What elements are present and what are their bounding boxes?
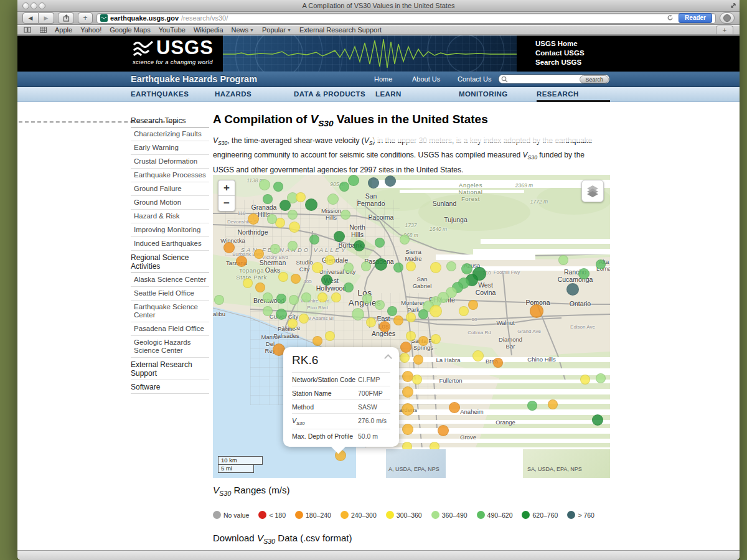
search-button[interactable]: Search — [580, 75, 609, 83]
map-station-dot[interactable] — [468, 300, 478, 310]
refresh-icon[interactable] — [667, 14, 674, 22]
map-station-dot[interactable] — [596, 373, 606, 383]
search-input[interactable] — [508, 75, 580, 83]
map-station-dot[interactable] — [400, 342, 411, 353]
map-station-dot[interactable] — [263, 194, 273, 204]
map-station-dot[interactable] — [243, 278, 253, 288]
map-station-dot[interactable] — [289, 295, 299, 305]
close-button[interactable] — [22, 2, 29, 9]
map-station-dot[interactable] — [368, 177, 379, 189]
map-station-dot[interactable] — [289, 222, 300, 233]
map-station-dot[interactable] — [259, 179, 270, 190]
map-station-dot[interactable] — [438, 425, 449, 436]
map-station-dot[interactable] — [299, 314, 309, 324]
map-station-dot[interactable] — [566, 283, 579, 296]
map-station-dot[interactable] — [527, 401, 537, 411]
sidebar-item[interactable]: Earthquake Processes — [131, 169, 209, 182]
nav-item-data-products[interactable]: DATA & PRODUCTS — [294, 90, 365, 98]
zoom-button[interactable] — [39, 2, 45, 9]
bookmark-link[interactable]: News▼ — [232, 26, 254, 34]
map-station-dot[interactable] — [379, 321, 390, 332]
map-station-dot[interactable] — [461, 263, 472, 274]
sidebar-item[interactable]: Ground Failure — [131, 182, 209, 196]
map-station-dot[interactable] — [580, 375, 590, 385]
map-station-dot[interactable] — [446, 261, 456, 271]
sidebar-header[interactable]: Software — [131, 380, 209, 394]
usgs-link[interactable]: USGS Home — [535, 39, 585, 49]
zoom-out-button[interactable]: − — [218, 195, 235, 211]
sidebar-item[interactable]: Induced Earthquakes — [131, 237, 209, 251]
downloads-button[interactable] — [720, 12, 735, 24]
map-station-dot[interactable] — [406, 261, 416, 271]
map-station-dot[interactable] — [413, 355, 423, 365]
map-station-dot[interactable] — [325, 331, 335, 341]
map-station-dot[interactable] — [341, 210, 350, 220]
map-station-dot[interactable] — [288, 241, 298, 251]
nav-item-research[interactable]: RESEARCH — [537, 90, 579, 98]
map-station-dot[interactable] — [418, 336, 428, 346]
sidebar-item[interactable]: Early Warning — [131, 141, 209, 155]
map-station-dot[interactable] — [375, 258, 387, 271]
map-station-dot[interactable] — [348, 175, 359, 186]
usgs-link[interactable]: Search USGS — [535, 58, 585, 67]
sidebar-header[interactable]: External Research Support — [131, 358, 209, 380]
map-station-dot[interactable] — [263, 306, 273, 316]
bookmark-link[interactable]: Apple — [55, 26, 72, 34]
sidebar-item[interactable]: Crustal Deformation — [131, 155, 209, 169]
sidebar-item[interactable]: Hazard & Risk — [131, 210, 209, 223]
back-button[interactable]: ◀ — [22, 12, 39, 24]
map-station-dot[interactable] — [387, 306, 397, 316]
map-station-dot[interactable] — [270, 244, 280, 254]
site-search[interactable]: Search — [498, 74, 610, 84]
new-tab-button[interactable]: + — [716, 26, 733, 34]
zoom-in-button[interactable]: + — [218, 180, 235, 195]
map-station-dot[interactable] — [418, 309, 428, 319]
map-station-dot[interactable] — [288, 319, 298, 329]
bookmark-link[interactable]: Google Maps — [110, 26, 150, 34]
sidebar-header[interactable]: Research Topics — [131, 114, 209, 128]
sidebar-item[interactable]: Improving Monitoring — [131, 223, 209, 237]
map-station-dot[interactable] — [296, 192, 306, 202]
nav-item-hazards[interactable]: HAZARDS — [215, 90, 251, 98]
map-station-dot[interactable] — [276, 294, 286, 304]
map-station-dot[interactable] — [301, 292, 311, 302]
map-station-dot[interactable] — [472, 350, 484, 362]
map-station-dot[interactable] — [305, 198, 317, 211]
sidebar-item[interactable]: Geologic Hazards Science Center — [131, 336, 209, 358]
titlebar[interactable]: A Compilation of VS30 Values in the Unit… — [17, 0, 740, 12]
nav-item-earthquakes[interactable]: EARTHQUAKES — [131, 90, 189, 98]
reading-list-icon[interactable] — [24, 27, 32, 33]
map-station-dot[interactable] — [393, 263, 403, 273]
map-station-dot[interactable] — [459, 306, 469, 316]
map-station-dot[interactable] — [400, 235, 410, 245]
map-station-dot[interactable] — [430, 305, 442, 317]
bookmark-link[interactable]: Popular▼ — [262, 26, 291, 34]
map-station-dot[interactable] — [321, 274, 332, 286]
map-station-dot[interactable] — [592, 414, 603, 426]
resize-icon[interactable] — [730, 2, 736, 9]
map-station-dot[interactable] — [578, 268, 590, 279]
program-link[interactable]: Home — [374, 75, 392, 83]
map-station-dot[interactable] — [375, 300, 385, 310]
map-station-dot[interactable] — [558, 255, 568, 265]
map-station-dot[interactable] — [530, 304, 543, 318]
map-station-dot[interactable] — [402, 403, 414, 416]
map-station-dot[interactable] — [312, 262, 323, 273]
map-station-dot[interactable] — [493, 358, 503, 368]
map-station-dot[interactable] — [317, 292, 327, 302]
map-station-dot[interactable] — [430, 262, 441, 273]
map-station-dot[interactable] — [406, 312, 416, 322]
map-station-dot[interactable] — [361, 261, 371, 271]
map-station-dot[interactable] — [312, 336, 322, 346]
bookmark-link[interactable]: YouTube — [159, 26, 186, 34]
layers-button[interactable] — [581, 180, 604, 202]
map-station-dot[interactable] — [393, 315, 403, 325]
vs30-map[interactable]: 1138 m905 m2369 m1772 m17371640 m968 mAn… — [213, 175, 610, 478]
program-link[interactable]: Contact Us — [458, 75, 491, 83]
sidebar-item[interactable]: Ground Motion — [131, 196, 209, 210]
sidebar-item[interactable]: Characterizing Faults — [131, 128, 209, 141]
map-station-dot[interactable] — [291, 274, 301, 284]
map-station-dot[interactable] — [402, 424, 413, 435]
sidebar-item[interactable]: Pasadena Field Office — [131, 322, 209, 336]
map-station-dot[interactable] — [248, 213, 259, 225]
